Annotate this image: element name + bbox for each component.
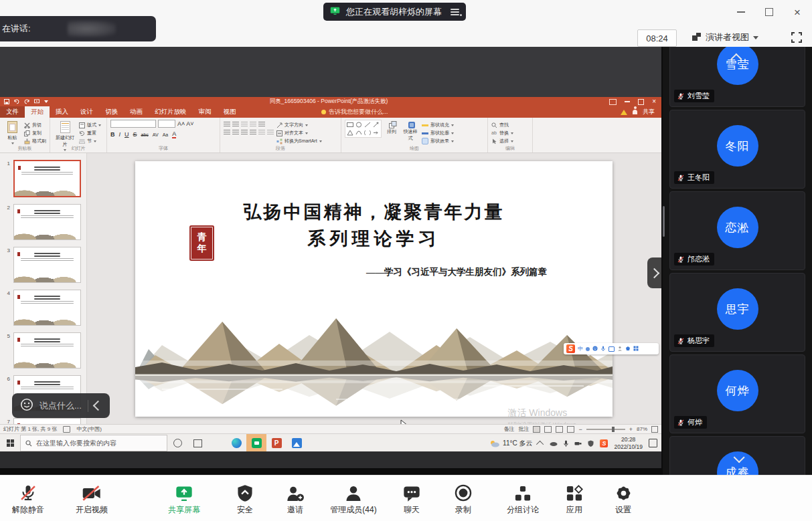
shape-fill-button[interactable]: 形状填充 bbox=[422, 122, 454, 128]
section-button[interactable]: 节 bbox=[79, 138, 101, 144]
copy-button[interactable]: 复制 bbox=[24, 130, 46, 136]
ppt-restore-icon[interactable] bbox=[638, 99, 644, 105]
normal-view-icon[interactable] bbox=[533, 426, 540, 433]
ribbon-tab[interactable]: 动画 bbox=[124, 106, 149, 118]
emoji-smiley-icon[interactable] bbox=[20, 398, 33, 413]
ppt-close-icon[interactable]: × bbox=[652, 98, 656, 105]
find-button[interactable]: 查找 bbox=[491, 122, 513, 128]
invite-button[interactable]: 邀请 bbox=[263, 480, 327, 516]
undo-icon[interactable] bbox=[14, 99, 19, 104]
shape-effects-button[interactable]: 形状效果 bbox=[422, 138, 454, 144]
slide-thumbnail[interactable]: 5 bbox=[0, 332, 86, 369]
chat-quick-input[interactable]: 说点什么... bbox=[12, 393, 110, 418]
ribbon-tab[interactable]: 插入 bbox=[50, 106, 74, 118]
zoom-slider[interactable] bbox=[586, 429, 625, 430]
format-painter-button[interactable]: 格式刷 bbox=[24, 138, 46, 144]
ribbon-display-icon[interactable] bbox=[609, 99, 617, 105]
font-format-buttons[interactable]: BIUSabcAVAaA bbox=[110, 130, 178, 138]
paste-button[interactable]: 粘贴 bbox=[3, 120, 21, 144]
shapes-gallery[interactable] bbox=[345, 120, 382, 138]
slide-thumbnail[interactable]: 1 bbox=[0, 160, 86, 197]
security-tray-icon[interactable] bbox=[588, 440, 594, 447]
photos-app-icon[interactable] bbox=[287, 434, 307, 452]
shape-outline-button[interactable]: 形状轮廓 bbox=[422, 130, 454, 136]
sogou-input-toolbar[interactable]: S 中 bbox=[564, 343, 659, 354]
comments-button[interactable]: 批注 bbox=[518, 425, 529, 433]
taskbar-weather[interactable]: 11°C 多云 bbox=[489, 439, 532, 448]
scroll-down-chevron[interactable] bbox=[734, 455, 742, 463]
quick-styles-button[interactable]: 快速样式 bbox=[402, 120, 419, 142]
usb-tray-icon[interactable] bbox=[574, 441, 582, 446]
close-button[interactable]: × bbox=[792, 7, 803, 17]
select-button[interactable]: 选择 bbox=[491, 138, 513, 144]
participant-tile[interactable]: 何烨 何烨 bbox=[669, 354, 805, 433]
mic-tray-icon[interactable] bbox=[564, 440, 568, 447]
start-button[interactable] bbox=[0, 439, 20, 447]
onedrive-tray-icon[interactable] bbox=[550, 440, 558, 446]
ribbon-tab[interactable]: 设计 bbox=[74, 106, 99, 118]
minimize-button[interactable] bbox=[736, 7, 746, 17]
reading-view-icon[interactable] bbox=[556, 426, 563, 433]
chat-placeholder[interactable]: 说点什么... bbox=[39, 400, 82, 412]
zoom-in-icon[interactable]: + bbox=[629, 426, 633, 433]
fullscreen-button[interactable] bbox=[789, 30, 804, 45]
ribbon-tab[interactable]: 文件 bbox=[0, 106, 25, 118]
language-label[interactable]: 中文(中国) bbox=[76, 425, 101, 433]
tray-expand-icon[interactable] bbox=[536, 440, 544, 447]
redo-icon[interactable] bbox=[24, 99, 29, 104]
sogou-tray-icon[interactable]: S bbox=[600, 439, 608, 447]
save-icon[interactable] bbox=[4, 99, 9, 104]
font-size-box[interactable] bbox=[158, 120, 175, 128]
zoom-percent[interactable]: 87% bbox=[637, 426, 647, 432]
ppt-share-label[interactable]: 共享 bbox=[643, 108, 655, 116]
task-view-button[interactable] bbox=[187, 434, 208, 452]
powerpoint-taskbar-icon[interactable]: P bbox=[266, 434, 287, 452]
sorter-view-icon[interactable] bbox=[544, 426, 552, 433]
taskbar-search[interactable]: 在这里输入你要搜索的内容 bbox=[20, 435, 167, 451]
slide-thumbnail[interactable]: 3 bbox=[0, 247, 86, 283]
sidebar-expand-tab[interactable] bbox=[647, 257, 661, 288]
text-direction-button[interactable]: 文字方向 bbox=[276, 122, 322, 128]
maximize-button[interactable] bbox=[764, 7, 775, 17]
sidebar-scrollbar[interactable] bbox=[663, 206, 665, 237]
ribbon-tab[interactable]: 切换 bbox=[99, 106, 124, 118]
share-screen-button[interactable]: 共享屏幕 bbox=[152, 480, 216, 516]
participant-tile[interactable]: 思宇 杨思宇 bbox=[669, 273, 805, 352]
align-buttons[interactable] bbox=[224, 130, 274, 135]
settings-button[interactable]: 设置 bbox=[591, 480, 655, 516]
manage-members-button[interactable]: 管理成员(44) bbox=[321, 480, 386, 516]
scroll-up-chevron[interactable] bbox=[734, 54, 742, 62]
align-text-button[interactable]: 对齐文本 bbox=[276, 130, 322, 136]
start-video-button[interactable]: 开启视频 bbox=[60, 480, 124, 516]
slideshow-icon[interactable] bbox=[34, 99, 39, 104]
zoom-out-icon[interactable]: − bbox=[578, 426, 582, 433]
unmute-button[interactable]: 解除静音 bbox=[0, 480, 60, 516]
replace-button[interactable]: ab替换 bbox=[491, 130, 513, 136]
participant-tile[interactable]: 恋淞 邝恋淞 bbox=[669, 191, 805, 270]
ribbon-tab[interactable]: 开始 bbox=[25, 106, 50, 118]
collapse-chat-icon[interactable] bbox=[93, 401, 104, 411]
spellcheck-icon[interactable] bbox=[63, 426, 70, 433]
banner-menu-icon[interactable] bbox=[451, 9, 459, 15]
current-slide[interactable]: 青 年 弘扬中国精神，凝聚青年力量 系列理论学习 ——学习《习近平与大学生朋友们… bbox=[135, 161, 613, 417]
ribbon-tab[interactable]: 审阅 bbox=[193, 106, 218, 118]
slide-thumbnail[interactable]: 4 bbox=[0, 290, 86, 326]
layout-button[interactable]: 版式 bbox=[79, 122, 101, 128]
edge-icon[interactable] bbox=[226, 434, 246, 452]
meeting-app-icon[interactable] bbox=[246, 434, 266, 452]
participant-tile[interactable]: 冬阳 王冬阳 bbox=[669, 110, 805, 189]
view-mode-button[interactable]: 演讲者视图 bbox=[692, 29, 758, 45]
cortana-button[interactable] bbox=[167, 434, 187, 452]
taskbar-clock[interactable]: 20:28 2022/10/19 bbox=[614, 436, 643, 450]
ribbon-tab[interactable]: 视图 bbox=[218, 106, 242, 118]
slide-thumbnail[interactable]: 2 bbox=[0, 204, 86, 240]
action-center-icon[interactable] bbox=[649, 439, 657, 447]
watching-banner[interactable]: 您正在观看胡梓烁的屏幕 bbox=[323, 3, 466, 21]
slideshow-view-icon[interactable] bbox=[567, 426, 574, 433]
cut-button[interactable]: 剪切 bbox=[24, 122, 46, 128]
reset-button[interactable]: 重置 bbox=[79, 130, 101, 136]
warning-icon[interactable] bbox=[621, 110, 627, 115]
ribbon-tab[interactable]: 幻灯片放映 bbox=[149, 106, 193, 118]
fit-slide-icon[interactable] bbox=[651, 426, 658, 433]
ppt-minimize-icon[interactable] bbox=[625, 101, 630, 102]
